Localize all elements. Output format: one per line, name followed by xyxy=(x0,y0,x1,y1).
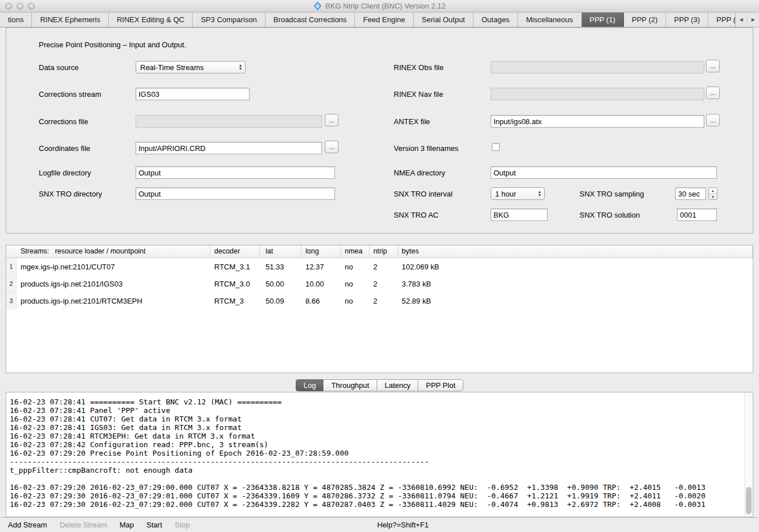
logfile-directory-label: Logfile directory xyxy=(39,169,91,177)
bottom-tab-latency[interactable]: Latency xyxy=(377,379,419,391)
streams-table: Streams: resource loader / mountpoint de… xyxy=(6,245,753,373)
tab-rinex-ephemeris[interactable]: RINEX Ephemeris xyxy=(32,13,108,27)
snx-tro-interval-label: SNX TRO interval xyxy=(394,190,452,198)
log-text: 16-02-23 07:28:41 ========== Start BNC v… xyxy=(10,398,705,509)
tab-feed-engine[interactable]: Feed Engine xyxy=(355,13,414,27)
app-icon xyxy=(313,2,322,10)
add-stream-button[interactable]: Add Stream xyxy=(8,521,47,529)
top-tab-bar: tionsRINEX EphemerisRINEX Editing & QCSP… xyxy=(0,13,759,27)
stream-row[interactable]: 2 products.igs-ip.net:2101/IGS03 RTCM_3.… xyxy=(6,275,753,292)
snx-tro-directory-label: SNX TRO directory xyxy=(39,190,102,198)
logfile-directory-input[interactable] xyxy=(136,166,335,179)
antex-file-input[interactable] xyxy=(491,115,704,128)
help-label: Help?=Shift+F1 xyxy=(377,521,429,529)
snx-tro-ac-input[interactable] xyxy=(491,208,548,221)
bottom-tab-ppp-plot[interactable]: PPP Plot xyxy=(418,379,463,391)
coordinates-file-browse-button[interactable]: ... xyxy=(325,141,338,153)
ppp-input-output-group: Precise Point Positioning – Input and Ou… xyxy=(6,27,753,234)
antex-browse-button[interactable]: ... xyxy=(706,114,720,126)
tab-miscellaneous[interactable]: Miscellaneous xyxy=(518,13,581,27)
cell-lat: 50.00 xyxy=(260,280,301,288)
version3-filenames-label: Version 3 filenames xyxy=(394,144,458,153)
corrections-stream-input[interactable] xyxy=(136,88,250,100)
header-ntrip: ntrip xyxy=(370,245,398,257)
cell-mountpoint: products.igs-ip.net:2101/RTCM3EPH xyxy=(17,297,210,305)
rinex-nav-browse-button[interactable]: ... xyxy=(706,87,720,99)
tab-sp3-comparison[interactable]: SP3 Comparison xyxy=(193,13,265,27)
data-source-label: Data source xyxy=(39,63,79,72)
stepper-up-icon: ▴ xyxy=(709,188,717,194)
tab-scrollers: ◀ ▶ xyxy=(735,13,759,27)
tab-rinex-editing-qc[interactable]: RINEX Editing & QC xyxy=(109,13,193,27)
popup-arrows-icon: ▴▾ xyxy=(235,64,244,71)
tab-ppp-2[interactable]: PPP (2) xyxy=(624,13,666,27)
header-bytes: bytes xyxy=(398,245,753,257)
row-number: 3 xyxy=(6,292,17,309)
snx-tro-sampling-input[interactable] xyxy=(675,187,706,200)
snx-tro-ac-label: SNX TRO AC xyxy=(394,211,439,219)
tab-broadcast-corrections[interactable]: Broadcast Corrections xyxy=(266,13,356,27)
tab-scroll-left-icon[interactable]: ◀ xyxy=(736,17,747,22)
corrections-file-input xyxy=(136,115,322,128)
status-buttons: Add StreamDelete StreamMapStartStop xyxy=(0,521,190,529)
bottom-tab-throughput[interactable]: Throughput xyxy=(323,379,377,391)
cell-ntrip: 2 xyxy=(370,297,398,305)
cell-decoder: RTCM_3 xyxy=(210,297,260,305)
window-title: BKG Ntrip Client (BNC) Version 2.12 xyxy=(325,2,446,10)
rinex-obs-file-input xyxy=(491,61,704,73)
tab-ppp-1[interactable]: PPP (1) xyxy=(582,13,624,27)
delete-stream-button[interactable]: Delete Stream xyxy=(60,521,107,529)
log-scrollbar[interactable] xyxy=(744,392,753,517)
tab-outages[interactable]: Outages xyxy=(474,13,518,27)
corrections-file-browse-button[interactable]: ... xyxy=(325,114,338,126)
nmea-directory-label: NMEA directory xyxy=(394,169,445,177)
cell-ntrip: 2 xyxy=(370,280,398,288)
snx-tro-interval-select[interactable]: 1 hour ▴▾ xyxy=(491,187,545,200)
stepper-down-icon: ▾ xyxy=(709,194,717,200)
snx-tro-solution-label: SNX TRO solution xyxy=(580,211,640,219)
log-scrollbar-thumb[interactable] xyxy=(746,487,752,514)
tab-ppp-3[interactable]: PPP (3) xyxy=(666,13,708,27)
snx-tro-sampling-stepper[interactable]: ▴▾ xyxy=(708,187,717,200)
header-long: long xyxy=(301,245,341,257)
top-tab-strip: tionsRINEX EphemerisRINEX Editing & QCSP… xyxy=(0,13,735,27)
window-close-button[interactable] xyxy=(5,3,12,10)
rinex-nav-file-input xyxy=(491,88,704,100)
traffic-lights xyxy=(5,3,35,10)
row-number: 1 xyxy=(6,258,17,275)
snx-tro-solution-input[interactable] xyxy=(677,208,717,221)
start-button[interactable]: Start xyxy=(146,521,162,529)
cell-nmea: no xyxy=(341,297,370,305)
rinex-obs-browse-button[interactable]: ... xyxy=(706,60,720,72)
stream-row[interactable]: 3 products.igs-ip.net:2101/RTCM3EPH RTCM… xyxy=(6,292,753,309)
tab-tions[interactable]: tions xyxy=(0,13,32,27)
panel-heading: Precise Point Positioning – Input and Ou… xyxy=(39,40,186,49)
map-button[interactable]: Map xyxy=(120,521,134,529)
stop-button[interactable]: Stop xyxy=(175,521,190,529)
version3-filenames-checkbox[interactable] xyxy=(492,143,500,151)
bottom-tab-strip: LogThroughputLatencyPPP Plot xyxy=(0,379,759,391)
data-source-value: Real-Time Streams xyxy=(140,63,203,72)
cell-bytes: 52.89 kB xyxy=(398,297,753,305)
window-minimize-button[interactable] xyxy=(17,3,23,10)
snx-tro-sampling-label: SNX TRO sampling xyxy=(580,190,644,198)
tab-ppp-4[interactable]: PPP (4) xyxy=(708,13,734,27)
cell-nmea: no xyxy=(341,263,370,271)
cell-mountpoint: products.igs-ip.net:2101/IGS03 xyxy=(17,280,210,288)
bottom-tab-log[interactable]: Log xyxy=(296,379,324,391)
corrections-stream-label: Corrections stream xyxy=(39,90,101,99)
cell-long: 8.66 xyxy=(301,297,341,305)
window-zoom-button[interactable] xyxy=(28,3,35,10)
cell-decoder: RTCM_3.1 xyxy=(210,263,260,271)
rinex-nav-file-label: RINEX Nav file xyxy=(394,90,443,99)
cell-bytes: 3.783 kB xyxy=(398,280,753,288)
tab-scroll-right-icon[interactable]: ▶ xyxy=(747,17,759,22)
stream-row[interactable]: 1 mgex.igs-ip.net:2101/CUT07 RTCM_3.1 51… xyxy=(6,258,753,275)
coordinates-file-input[interactable] xyxy=(136,142,322,154)
tab-serial-output[interactable]: Serial Output xyxy=(414,13,474,27)
nmea-directory-input[interactable] xyxy=(491,166,717,179)
data-source-select[interactable]: Real-Time Streams ▴▾ xyxy=(136,61,246,73)
snx-tro-directory-input[interactable] xyxy=(136,187,335,200)
antex-file-label: ANTEX file xyxy=(394,117,430,126)
cell-mountpoint: mgex.igs-ip.net:2101/CUT07 xyxy=(17,263,210,271)
